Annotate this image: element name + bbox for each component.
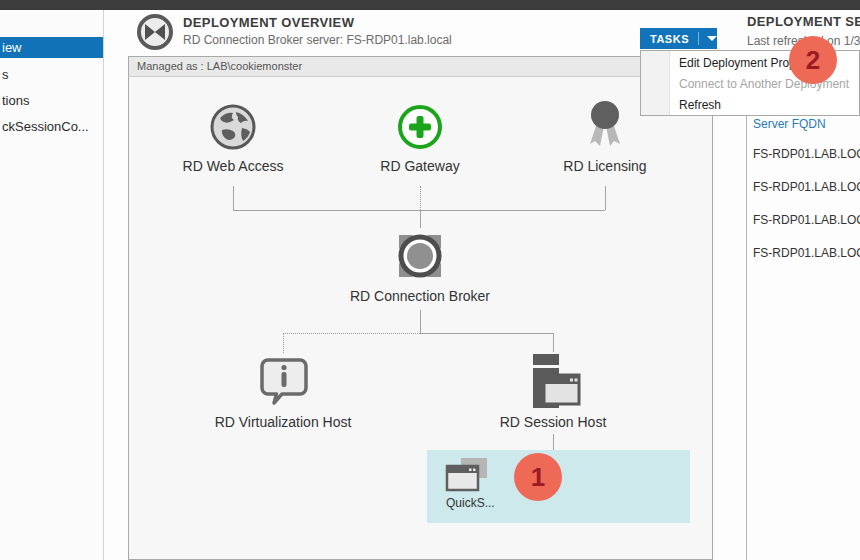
green-plus-circle-icon[interactable]	[397, 104, 443, 154]
connector-line	[420, 310, 421, 333]
connector-line-dotted	[283, 333, 284, 353]
sidebar-item-collections[interactable]: tions	[0, 90, 103, 111]
annotation-badge-2: 2	[789, 36, 837, 84]
tasks-button-label: TASKS	[640, 33, 689, 45]
sidebar: iew s tions ckSessionCo...	[0, 10, 104, 560]
sidebar-item-quicksessioncollection[interactable]: ckSessionCo...	[0, 116, 103, 137]
connector-line	[420, 210, 421, 228]
annotation-badge-1: 1	[514, 453, 562, 501]
connector-line	[553, 434, 554, 451]
node-label-rd-session-host: RD Session Host	[463, 414, 643, 430]
globe-icon[interactable]	[210, 104, 256, 154]
medal-ribbon-icon[interactable]	[583, 100, 627, 158]
collection-name-label: QuickS...	[446, 496, 495, 510]
windows-collection-icon[interactable]	[444, 456, 490, 498]
node-label-rd-virtualization-host: RD Virtualization Host	[193, 414, 373, 430]
server-row[interactable]: FS-RDP01.LAB.LOCAL	[753, 246, 860, 260]
table-left-border	[746, 113, 747, 560]
chevron-down-icon	[707, 36, 717, 41]
connector-line	[553, 333, 554, 352]
deployment-servers-title: DEPLOYMENT SERVERS	[747, 14, 860, 29]
connector-line	[233, 186, 234, 210]
page-title: DEPLOYMENT OVERVIEW	[183, 15, 354, 30]
column-header-server-fqdn[interactable]: Server FQDN	[753, 117, 826, 131]
tasks-button[interactable]: TASKS	[640, 28, 717, 49]
broker-expand-circle-icon[interactable]	[391, 227, 449, 289]
menu-item-refresh[interactable]: Refresh	[679, 95, 721, 116]
info-speech-bubble-icon[interactable]	[258, 356, 310, 410]
tasks-button-divider	[698, 32, 699, 45]
menu-icon-gutter	[641, 51, 670, 115]
connector-line-dotted	[420, 186, 421, 210]
sidebar-item-overview[interactable]: iew	[0, 37, 103, 58]
connector-line	[233, 210, 605, 211]
connector-line	[605, 186, 606, 210]
node-label-rd-licensing: RD Licensing	[525, 158, 685, 174]
server-row[interactable]: FS-RDP01.LAB.LOCAL	[753, 147, 860, 161]
server-window-icon[interactable]	[527, 352, 581, 414]
server-manager-window: iew s tions ckSessionCo... DEPLOYMENT OV…	[0, 0, 860, 560]
server-row[interactable]: FS-RDP01.LAB.LOCAL	[753, 213, 860, 227]
sidebar-item-servers[interactable]: s	[0, 64, 103, 85]
node-label-rd-web-access: RD Web Access	[153, 158, 313, 174]
node-label-rd-connection-broker: RD Connection Broker	[330, 288, 510, 304]
broker-server-subtitle: RD Connection Broker server: FS-RDP01.la…	[183, 33, 452, 47]
window-top-bar	[0, 0, 860, 10]
server-row[interactable]: FS-RDP01.LAB.LOCAL	[753, 180, 860, 194]
connector-line	[420, 333, 553, 334]
managed-as-bar: Managed as : LAB\cookiemonster	[128, 56, 713, 77]
connector-line-dotted	[283, 333, 420, 334]
rds-remote-desktop-icon	[136, 13, 174, 51]
node-label-rd-gateway: RD Gateway	[340, 158, 500, 174]
